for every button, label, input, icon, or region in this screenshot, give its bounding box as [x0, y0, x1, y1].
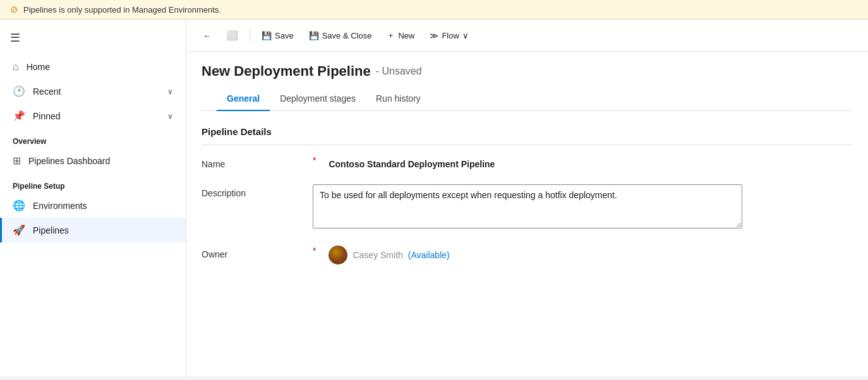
page-header: New Deployment Pipeline - Unsaved Genera…	[186, 52, 868, 111]
sidebar-item-environments[interactable]: 🌐 Environments	[0, 193, 186, 218]
description-textarea[interactable]: To be used for all deployments except wh…	[313, 184, 742, 229]
description-value: To be used for all deployments except wh…	[313, 184, 853, 230]
sidebar-item-label: Environments	[33, 201, 87, 211]
open-icon: ⬜	[226, 30, 238, 41]
tabs-container: General Deployment stages Run history	[202, 87, 853, 111]
new-button[interactable]: ＋ New	[380, 26, 421, 45]
owner-available-status: (Available)	[408, 250, 450, 260]
owner-value: Casey Smith (Available)	[329, 246, 853, 264]
flow-chevron-icon: ∨	[462, 31, 469, 40]
owner-label: Owner	[202, 246, 303, 259]
owner-name-label: Casey Smith	[353, 250, 402, 260]
owner-field-row: Owner * Casey Smith (Available)	[202, 246, 853, 264]
tab-run-history[interactable]: Run history	[366, 87, 431, 111]
save-close-icon: 💾	[309, 31, 319, 40]
name-label: Name	[202, 155, 303, 169]
save-button[interactable]: 💾 Save	[255, 27, 300, 44]
pipeline-details-title: Pipeline Details	[202, 126, 853, 145]
open-button[interactable]: ⬜	[220, 26, 244, 45]
sidebar-item-label: Pinned	[33, 111, 61, 121]
description-field-row: Description To be used for all deploymen…	[202, 184, 853, 230]
sidebar-item-pinned[interactable]: 📌 Pinned ∨	[0, 104, 186, 128]
sidebar-item-pipelines-dashboard[interactable]: ⊞ Pipelines Dashboard	[0, 148, 186, 173]
toolbar: ← ⬜ 💾 Save 💾 Save & Close ＋ New ≫ Flow ∨	[186, 20, 868, 52]
sidebar: ☰ ⌂ Home 🕐 Recent ∨ 📌 Pinned ∨ Overview …	[0, 20, 186, 376]
back-icon: ←	[203, 31, 211, 40]
sidebar-item-recent[interactable]: 🕐 Recent ∨	[0, 79, 186, 104]
form-content: Pipeline Details Name * Contoso Standard…	[186, 111, 868, 295]
sidebar-item-label: Pipelines	[33, 225, 69, 235]
required-star-owner: *	[313, 246, 316, 256]
sidebar-item-label: Pipelines Dashboard	[28, 156, 110, 166]
recent-icon: 🕐	[13, 85, 25, 97]
sidebar-item-label: Recent	[33, 86, 61, 97]
warning-icon: ⊘	[10, 4, 18, 15]
sidebar-item-home[interactable]: ⌂ Home	[0, 55, 186, 79]
home-icon: ⌂	[13, 61, 19, 73]
unsaved-label: - Unsaved	[376, 66, 422, 77]
plus-icon: ＋	[387, 30, 395, 41]
save-icon: 💾	[262, 31, 272, 40]
name-value: Contoso Standard Deployment Pipeline	[329, 155, 853, 169]
banner-text: Pipelines is only supported in Managed E…	[23, 5, 221, 15]
pipeline-setup-section-label: Pipeline Setup	[0, 173, 186, 193]
dashboard-icon: ⊞	[13, 155, 21, 167]
overview-section-label: Overview	[0, 128, 186, 148]
top-banner: ⊘ Pipelines is only supported in Managed…	[0, 0, 868, 20]
sidebar-item-label: Home	[27, 62, 50, 72]
chevron-down-icon: ∨	[167, 87, 173, 96]
sidebar-item-pipelines[interactable]: 🚀 Pipelines	[0, 218, 186, 242]
pin-icon: 📌	[13, 110, 25, 122]
name-field-row: Name * Contoso Standard Deployment Pipel…	[202, 155, 853, 169]
required-star: *	[313, 155, 316, 165]
owner-row: Casey Smith (Available)	[329, 246, 853, 264]
tab-deployment-stages[interactable]: Deployment stages	[270, 87, 366, 111]
page-title: New Deployment Pipeline - Unsaved	[202, 63, 853, 80]
avatar	[329, 246, 347, 264]
main-content: ← ⬜ 💾 Save 💾 Save & Close ＋ New ≫ Flow ∨	[186, 20, 868, 376]
save-close-button[interactable]: 💾 Save & Close	[303, 27, 378, 44]
back-button[interactable]: ←	[196, 27, 217, 44]
globe-icon: 🌐	[13, 199, 25, 211]
toolbar-separator	[250, 28, 250, 43]
hamburger-button[interactable]: ☰	[0, 25, 186, 55]
rocket-icon: 🚀	[13, 224, 25, 236]
flow-icon: ≫	[430, 31, 438, 40]
flow-button[interactable]: ≫ Flow ∨	[423, 27, 474, 44]
tab-general[interactable]: General	[217, 87, 270, 111]
chevron-down-icon: ∨	[167, 112, 173, 121]
description-label: Description	[202, 184, 303, 198]
